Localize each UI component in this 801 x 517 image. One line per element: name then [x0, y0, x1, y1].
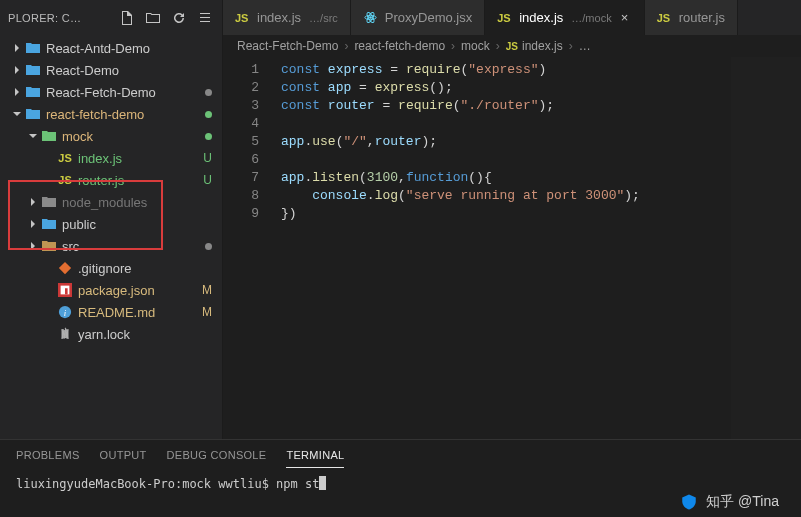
tab-label: index.js — [257, 10, 301, 25]
chevron-right-icon: › — [342, 39, 350, 53]
tree-item[interactable]: JSindex.jsU — [0, 147, 222, 169]
sidebar-header: PLORER: C… — [0, 0, 222, 35]
refresh-icon[interactable] — [168, 7, 190, 29]
editor-tab[interactable]: ProxyDemo.jsx — [351, 0, 485, 35]
chevron-right-icon[interactable] — [26, 197, 40, 207]
file-explorer-sidebar: PLORER: C… React-Antd-DemoReact-DemoReac… — [0, 0, 223, 439]
chevron-right-icon[interactable] — [10, 87, 24, 97]
line-number-gutter: 123456789 — [223, 57, 273, 439]
js-icon: JS — [56, 152, 74, 164]
tree-item[interactable]: React-Demo — [0, 59, 222, 81]
line-number: 5 — [223, 133, 259, 151]
tree-item[interactable]: React-Fetch-Demo — [0, 81, 222, 103]
collapse-all-icon[interactable] — [194, 7, 216, 29]
npm-icon — [56, 283, 74, 297]
svg-point-5 — [369, 16, 372, 19]
tree-item[interactable]: yarn.lock — [0, 323, 222, 345]
tree-item-label: yarn.lock — [78, 327, 130, 342]
tab-label: ProxyDemo.jsx — [385, 10, 472, 25]
editor-tab[interactable]: JSindex.js…/mock× — [485, 0, 644, 35]
chevron-right-icon[interactable] — [10, 43, 24, 53]
line-number: 7 — [223, 169, 259, 187]
code-content[interactable]: const express = require("express")const … — [273, 57, 640, 439]
tree-item[interactable]: react-fetch-demo — [0, 103, 222, 125]
editor-tab[interactable]: JSindex.js…/src — [223, 0, 351, 35]
panel-tab-output[interactable]: OUTPUT — [100, 443, 147, 467]
git-status-badge: U — [203, 151, 212, 165]
line-number: 2 — [223, 79, 259, 97]
tree-item-label: package.json — [78, 283, 155, 298]
tree-item-label: React-Demo — [46, 63, 119, 78]
close-icon[interactable]: × — [618, 11, 632, 25]
tree-item-label: src — [62, 239, 79, 254]
breadcrumb-segment[interactable]: React-Fetch-Demo — [237, 39, 338, 53]
tree-item-label: router.js — [78, 173, 124, 188]
folder-blue-icon — [24, 85, 42, 99]
code-line[interactable]: const express = require("express") — [281, 61, 640, 79]
tab-label: router.js — [679, 10, 725, 25]
breadcrumb-segment[interactable]: … — [579, 39, 591, 53]
folder-orange-icon — [40, 239, 58, 253]
tree-item[interactable]: src — [0, 235, 222, 257]
js-icon: JS — [56, 174, 74, 186]
code-line[interactable]: }) — [281, 205, 640, 223]
git-icon — [56, 261, 74, 275]
tree-item-label: node_modules — [62, 195, 147, 210]
breadcrumb-segment[interactable]: react-fetch-demo — [354, 39, 445, 53]
bottom-panel: PROBLEMSOUTPUTDEBUG CONSOLETERMINAL liux… — [0, 439, 801, 517]
tree-item-label: public — [62, 217, 96, 232]
tree-item-label: react-fetch-demo — [46, 107, 144, 122]
breadcrumb-segment[interactable]: JSindex.js — [506, 39, 563, 53]
tree-item-label: README.md — [78, 305, 155, 320]
code-line[interactable] — [281, 115, 640, 133]
tree-item[interactable]: node_modules — [0, 191, 222, 213]
chevron-right-icon[interactable] — [10, 65, 24, 75]
tree-item[interactable]: JSrouter.jsU — [0, 169, 222, 191]
line-number: 1 — [223, 61, 259, 79]
editor-area: JSindex.js…/srcProxyDemo.jsxJSindex.js…/… — [223, 0, 801, 439]
folder-blue-icon — [24, 107, 42, 121]
panel-tab-debug-console[interactable]: DEBUG CONSOLE — [167, 443, 267, 467]
code-line[interactable]: console.log("serve running at port 3000"… — [281, 187, 640, 205]
breadcrumb-segment[interactable]: mock — [461, 39, 490, 53]
code-line[interactable] — [281, 151, 640, 169]
code-line[interactable]: app.use("/",router); — [281, 133, 640, 151]
tree-item[interactable]: package.jsonM — [0, 279, 222, 301]
panel-tab-problems[interactable]: PROBLEMS — [16, 443, 80, 467]
code-editor[interactable]: 123456789 const express = require("expre… — [223, 57, 801, 439]
line-number: 8 — [223, 187, 259, 205]
chevron-right-icon[interactable] — [26, 219, 40, 229]
code-line[interactable]: app.listen(3100,function(){ — [281, 169, 640, 187]
js-icon: JS — [235, 10, 251, 25]
file-tree: React-Antd-DemoReact-DemoReact-Fetch-Dem… — [0, 35, 222, 439]
terminal[interactable]: liuxingyudeMacBook-Pro:mock wwtliu$ npm … — [0, 470, 801, 517]
code-line[interactable]: const app = express(); — [281, 79, 640, 97]
panel-tab-terminal[interactable]: TERMINAL — [286, 443, 344, 468]
minimap[interactable] — [731, 57, 801, 439]
tree-item[interactable]: .gitignore — [0, 257, 222, 279]
line-number: 9 — [223, 205, 259, 223]
editor-tab[interactable]: JSrouter.js — [645, 0, 738, 35]
tree-item[interactable]: iREADME.mdM — [0, 301, 222, 323]
chevron-right-icon: › — [494, 39, 502, 53]
chevron-right-icon: › — [567, 39, 575, 53]
tree-item[interactable]: mock — [0, 125, 222, 147]
code-line[interactable]: const router = require("./router"); — [281, 97, 640, 115]
tree-item-label: .gitignore — [78, 261, 131, 276]
js-icon: JS — [657, 10, 673, 25]
sidebar-title: PLORER: C… — [8, 12, 81, 24]
tab-sublabel: …/mock — [571, 12, 611, 24]
new-file-icon[interactable] — [116, 7, 138, 29]
tree-item[interactable]: React-Antd-Demo — [0, 37, 222, 59]
chevron-right-icon: › — [449, 39, 457, 53]
tree-item[interactable]: public — [0, 213, 222, 235]
new-folder-icon[interactable] — [142, 7, 164, 29]
chevron-right-icon[interactable] — [26, 241, 40, 251]
tree-item-label: React-Antd-Demo — [46, 41, 150, 56]
breadcrumbs[interactable]: React-Fetch-Demo›react-fetch-demo›mock›J… — [223, 35, 801, 57]
folder-grey-icon — [40, 195, 58, 209]
chevron-down-icon[interactable] — [26, 131, 40, 141]
git-status-badge: U — [203, 173, 212, 187]
tree-item-label: index.js — [78, 151, 122, 166]
chevron-down-icon[interactable] — [10, 109, 24, 119]
